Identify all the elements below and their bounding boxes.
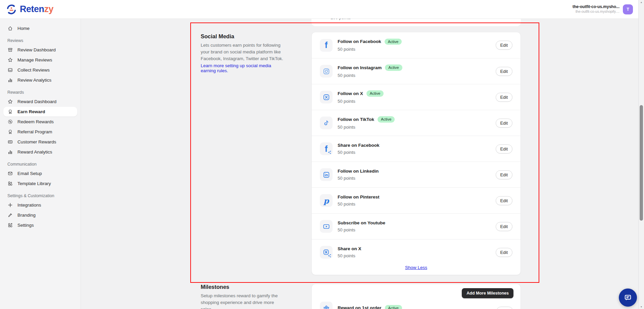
status-badge: Active <box>385 39 402 45</box>
cart-icon <box>323 304 330 309</box>
chat-launcher-button[interactable] <box>619 289 637 307</box>
envelope-icon <box>7 171 13 176</box>
milestone-edit-button[interactable]: Edit <box>496 307 513 309</box>
social-rule-points: 50 points <box>338 202 380 207</box>
sidebar-item-label: Reward Dashboard <box>17 99 56 104</box>
milestones-section-intro: Milestones Setup milestones reward to ga… <box>201 284 287 309</box>
social-media-title: Social Media <box>201 33 287 40</box>
sidebar-item-reward-dashboard[interactable]: Reward Dashboard <box>3 97 77 106</box>
sidebar-item-customer-rewards[interactable]: Customer Rewards <box>3 137 77 147</box>
edit-button[interactable]: Edit <box>496 222 512 231</box>
social-icon-box <box>320 91 333 103</box>
edit-button[interactable]: Edit <box>496 196 512 205</box>
milestones-description: Setup milestones reward to gamify the sh… <box>201 293 287 309</box>
social-rule-points: 50 points <box>338 253 361 258</box>
edit-button[interactable]: Edit <box>496 144 512 153</box>
facebook-icon: f <box>325 41 328 49</box>
template-icon <box>7 181 13 186</box>
sidebar-item-label: Settings <box>17 223 34 228</box>
sidebar-item-redeem-rewards[interactable]: Redeem Rewards <box>3 117 77 127</box>
sidebar-item-label: Reward Analytics <box>17 149 52 154</box>
scroll-down-arrow-icon[interactable]: ▼ <box>639 306 644 308</box>
brand-name: Retenzy <box>20 4 53 14</box>
sidebar-item-manage-reviews[interactable]: Manage Reviews <box>3 55 77 65</box>
social-rule-title: Share on X <box>338 246 361 251</box>
social-rule-points: 50 points <box>338 125 395 130</box>
store-domain: the-outfit-co-us.myshopify.... <box>573 9 620 14</box>
social-icon-box: f <box>320 39 333 52</box>
store-account-menu[interactable]: the-outfit-co-us.mysho... the-outfit-co-… <box>573 4 633 14</box>
scroll-up-arrow-icon[interactable]: ▲ <box>639 1 644 3</box>
sidebar-item-home[interactable]: Home <box>3 24 77 33</box>
grid-icon <box>7 222 13 228</box>
social-media-description: Lets customers earn points for following… <box>201 42 287 62</box>
sidebar-item-integrations[interactable]: Integrations <box>3 200 77 210</box>
edit-button[interactable]: Edit <box>496 170 512 179</box>
sidebar-item-earn-reward[interactable]: Earn Reward <box>3 107 77 117</box>
x-icon <box>323 93 330 101</box>
sidebar-item-review-analytics[interactable]: Review Analytics <box>3 75 77 85</box>
sidebar-item-label: Review Dashboard <box>17 47 56 52</box>
edit-button[interactable]: Edit <box>496 93 512 102</box>
main-content: 100 points Social Media Lets customers e… <box>81 19 638 309</box>
partial-item-points: 100 points <box>331 19 351 20</box>
sidebar-item-collect-reviews[interactable]: Collect Reviews <box>3 65 77 75</box>
show-less-link[interactable]: Show Less <box>405 265 427 270</box>
sidebar-item-settings[interactable]: Settings <box>3 220 77 230</box>
page-scrollbar[interactable]: ▲ ▼ <box>638 0 644 309</box>
sidebar-item-label: Referral Program <box>17 129 52 134</box>
social-rule-row: Subscribe on Youtube50 pointsEdit <box>312 213 521 239</box>
milestone-row: Reward on 1st order Active <box>320 302 512 309</box>
social-rule-row: Follow on InstagramActive50 pointsEdit <box>312 58 521 84</box>
edit-button[interactable]: Edit <box>496 248 512 257</box>
nav-section-label: Reviews <box>3 38 77 43</box>
social-rule-row: Follow on XActive50 pointsEdit <box>312 84 521 110</box>
star-icon <box>7 57 13 63</box>
pinterest-icon: p <box>324 197 329 205</box>
social-icon-box <box>320 220 333 233</box>
social-rule-points: 50 points <box>338 176 379 181</box>
social-icon-box <box>320 168 333 181</box>
sidebar-item-template-library[interactable]: Template Library <box>3 179 77 188</box>
social-rule-points: 50 points <box>338 99 384 104</box>
sidebar-item-email-setup[interactable]: Email Setup <box>3 169 77 178</box>
star-icon <box>7 99 13 104</box>
edit-button[interactable]: Edit <box>496 67 512 76</box>
add-more-milestones-button[interactable]: Add More Milestones <box>462 288 513 298</box>
social-icon-box <box>320 65 333 78</box>
social-rule-row: Share on X50 pointsEdit <box>312 239 521 265</box>
social-icon-box <box>320 117 333 129</box>
sidebar-item-review-dashboard[interactable]: Review Dashboard <box>3 45 77 55</box>
social-rule-title: Share on Facebook <box>338 143 380 148</box>
social-rule-title: Follow on Facebook <box>338 39 381 44</box>
chat-bubble-icon <box>624 293 632 302</box>
facebook-share-icon: f <box>325 145 328 153</box>
edit-button[interactable]: Edit <box>496 119 512 128</box>
sidebar-item-referral-program[interactable]: Referral Program <box>3 127 77 137</box>
sidebar-item-branding[interactable]: Branding <box>3 210 77 220</box>
plus-icon <box>7 202 13 208</box>
avatar[interactable]: T <box>623 4 633 14</box>
social-rule-row: pFollow on Pinterest50 pointsEdit <box>312 187 521 213</box>
social-icon-box: f <box>320 142 333 155</box>
social-rule-title: Follow on Instagram <box>338 65 382 70</box>
social-rule-points: 50 points <box>338 47 402 52</box>
social-media-rules-card: fFollow on FacebookActive50 pointsEditFo… <box>311 32 521 275</box>
edit-button[interactable]: Edit <box>496 41 512 50</box>
sidebar-item-reward-analytics[interactable]: Reward Analytics <box>3 147 77 157</box>
milestone-status-badge: Active <box>385 305 402 309</box>
archive-icon <box>7 47 13 53</box>
sidebar-nav: HomeReviewsReview DashboardManage Review… <box>0 19 81 309</box>
social-media-section-intro: Social Media Lets customers earn points … <box>201 33 287 74</box>
sidebar-item-label: Branding <box>17 213 36 218</box>
nav-section-label: Settings & Customization <box>3 193 77 198</box>
scrollbar-thumb[interactable] <box>640 105 643 221</box>
status-badge: Active <box>366 90 384 97</box>
social-rule-points: 50 points <box>338 227 385 232</box>
sidebar-item-label: Template Library <box>17 181 51 186</box>
brand-logo: Retenzy <box>5 3 53 15</box>
social-rule-title: Follow on TikTok <box>338 117 374 122</box>
social-rule-points: 50 points <box>338 150 380 155</box>
social-media-learn-more-link[interactable]: Learn more setting up social media earni… <box>201 63 287 73</box>
brush-icon <box>7 212 13 218</box>
